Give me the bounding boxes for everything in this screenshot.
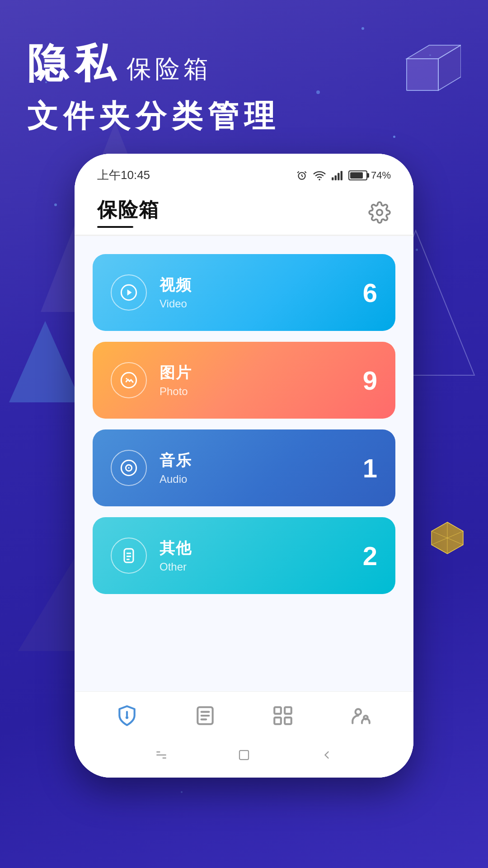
alarm-icon: [296, 170, 308, 181]
shield-nav-icon: [115, 703, 140, 728]
android-back-button[interactable]: [318, 746, 336, 764]
video-icon-circle: [111, 274, 147, 311]
svg-point-48: [355, 709, 361, 715]
android-nav-bar: [75, 737, 413, 778]
header-title-big: 隐私: [27, 36, 122, 91]
other-card[interactable]: 其他 Other 2: [93, 517, 395, 594]
signal-icon: [331, 170, 343, 181]
gear-icon: [368, 201, 391, 224]
categories-list: 视频 Video 6 图片: [75, 236, 413, 691]
other-labels: 其他 Other: [160, 538, 192, 573]
photo-icon: [120, 371, 138, 389]
other-icon-circle: [111, 538, 147, 574]
other-label-en: Other: [160, 561, 192, 573]
video-card[interactable]: 视频 Video 6: [93, 254, 395, 331]
nav-safe[interactable]: [115, 703, 140, 728]
svg-marker-28: [127, 289, 132, 295]
status-bar: 上午10:45: [75, 154, 413, 188]
audio-label-cn: 音乐: [160, 450, 192, 471]
video-count: 6: [363, 278, 377, 308]
svg-rect-46: [275, 717, 282, 724]
photo-labels: 图片 Photo: [160, 363, 192, 398]
photo-count: 9: [363, 365, 377, 396]
card-left-other: 其他 Other: [111, 538, 192, 574]
status-icons: 74%: [296, 169, 391, 182]
app-header-text: 隐私 保险箱 文件夹分类管理: [27, 36, 280, 137]
android-home-button[interactable]: [235, 746, 253, 764]
header-title-small: 保险箱: [127, 52, 212, 86]
svg-rect-22: [332, 177, 333, 180]
svg-line-19: [297, 171, 299, 173]
video-label-en: Video: [160, 297, 192, 310]
svg-line-20: [305, 171, 306, 173]
audio-icon-circle: [111, 450, 147, 486]
social-nav-icon: [348, 703, 373, 728]
svg-marker-1: [407, 45, 461, 59]
photo-label-en: Photo: [160, 385, 192, 398]
apps-nav-icon: [271, 703, 296, 728]
svg-line-13: [432, 531, 463, 545]
svg-rect-53: [239, 750, 249, 760]
svg-line-14: [432, 531, 463, 545]
svg-line-18: [302, 176, 303, 177]
play-icon: [120, 283, 138, 302]
svg-marker-5: [407, 45, 461, 59]
svg-marker-2: [438, 45, 461, 90]
svg-rect-47: [285, 717, 291, 724]
title-container: 保险箱: [97, 197, 160, 228]
video-labels: 视频 Video: [160, 275, 192, 310]
battery-percent: 74%: [371, 170, 391, 181]
triangle-decoration-left: [9, 316, 81, 407]
title-underline: [97, 226, 133, 228]
phone-screen: 上午10:45: [75, 154, 413, 778]
header-subtitle: 文件夹分类管理: [27, 96, 280, 137]
nav-notes[interactable]: [192, 703, 217, 728]
music-icon: [120, 459, 138, 477]
svg-marker-6: [438, 45, 461, 90]
wifi-icon: [313, 169, 326, 182]
status-time: 上午10:45: [97, 167, 150, 183]
svg-rect-25: [341, 171, 343, 180]
photo-icon-circle: [111, 362, 147, 398]
svg-rect-24: [338, 173, 339, 180]
svg-point-33: [128, 467, 129, 468]
card-left-audio: 音乐 Audio: [111, 450, 192, 486]
svg-rect-44: [275, 707, 282, 714]
battery-indicator: 74%: [348, 170, 391, 181]
nav-social[interactable]: [348, 703, 373, 728]
cube-decoration-bottom: [429, 520, 465, 556]
svg-rect-0: [407, 59, 438, 90]
nav-apps[interactable]: [271, 703, 296, 728]
spacer: [93, 605, 395, 682]
svg-rect-45: [285, 707, 291, 714]
svg-point-26: [377, 209, 383, 215]
svg-marker-11: [432, 522, 463, 554]
svg-rect-34: [124, 549, 133, 562]
audio-labels: 音乐 Audio: [160, 450, 192, 486]
android-menu-button[interactable]: [152, 746, 170, 764]
notes-nav-icon: [192, 703, 217, 728]
photo-card[interactable]: 图片 Photo 9: [93, 342, 395, 419]
bottom-navigation: [75, 691, 413, 737]
audio-count: 1: [363, 453, 377, 483]
svg-marker-9: [9, 321, 81, 402]
file-icon: [120, 547, 138, 565]
app-title-bar: 保险箱: [75, 188, 413, 236]
phone-mockup: 上午10:45: [75, 154, 413, 778]
svg-rect-23: [335, 175, 337, 180]
svg-rect-7: [407, 59, 438, 90]
card-left-photo: 图片 Photo: [111, 362, 192, 398]
svg-point-30: [126, 378, 127, 379]
photo-label-cn: 图片: [160, 363, 192, 383]
other-count: 2: [363, 541, 377, 571]
settings-button[interactable]: [368, 201, 391, 224]
audio-label-en: Audio: [160, 473, 192, 486]
audio-card[interactable]: 音乐 Audio 1: [93, 429, 395, 506]
other-label-cn: 其他: [160, 538, 192, 559]
card-left-video: 视频 Video: [111, 274, 192, 311]
cube-decoration-top: [389, 36, 461, 108]
app-title: 保险箱: [97, 197, 160, 223]
video-label-cn: 视频: [160, 275, 192, 296]
